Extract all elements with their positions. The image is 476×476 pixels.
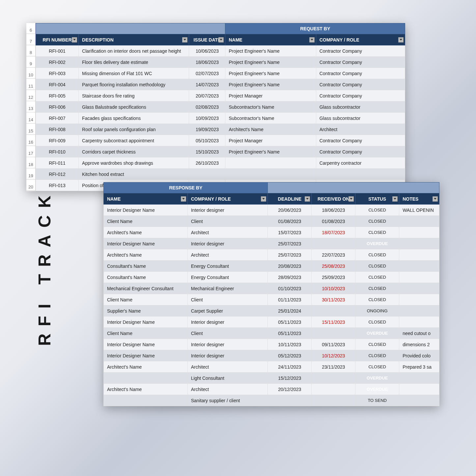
cell-company[interactable]: Contractor Company: [316, 68, 405, 79]
cell-desc[interactable]: Missing dimension of Flat 101 WC: [79, 68, 189, 79]
cell-desc[interactable]: Kitchen hood extract: [79, 169, 189, 180]
cell-received[interactable]: 25/08/2023: [312, 261, 355, 272]
cell-desc[interactable]: Staircase doors fire rating: [79, 90, 189, 101]
cell-received[interactable]: [312, 373, 355, 384]
cell-company[interactable]: Contractor Company: [316, 45, 405, 57]
cell-name[interactable]: Consultant's Name: [104, 272, 188, 283]
status-badge[interactable]: CLOSED: [355, 283, 399, 294]
status-badge[interactable]: CLOSED: [355, 272, 399, 283]
cell-deadline[interactable]: 05/11/2023: [268, 328, 312, 339]
cell-rfi[interactable]: RFI-007: [36, 113, 79, 124]
cell-desc[interactable]: Floor tiles delivery date estimate: [79, 57, 189, 68]
filter-icon[interactable]: [261, 196, 266, 202]
cell-company[interactable]: [316, 169, 405, 180]
column-header[interactable]: ISSUE DATE: [189, 34, 225, 45]
cell-deadline[interactable]: 24/11/2023: [268, 361, 312, 373]
cell-company[interactable]: Carpet Supplier: [187, 305, 268, 317]
cell-date[interactable]: 19/09/2023: [189, 124, 225, 135]
cell-name[interactable]: Interior Designer Name: [104, 317, 188, 328]
cell-desc[interactable]: Approve wardrobes shop drawings: [79, 157, 189, 169]
status-badge[interactable]: ONGOING: [355, 305, 399, 317]
cell-name[interactable]: Subcontractor's Name: [225, 101, 316, 113]
cell-notes[interactable]: [399, 283, 439, 294]
cell-rfi[interactable]: RFI-012: [36, 169, 79, 180]
cell-received[interactable]: 18/06/2023: [312, 205, 355, 216]
cell-notes[interactable]: [399, 317, 439, 328]
cell-deadline[interactable]: 20/08/2023: [268, 261, 312, 272]
cell-date[interactable]: 10/09/2023: [189, 113, 225, 124]
cell-rfi[interactable]: RFI-005: [36, 90, 79, 101]
cell-name[interactable]: Client Name: [104, 328, 188, 339]
cell-date[interactable]: 05/10/2023: [189, 135, 225, 146]
cell-name[interactable]: Interior Designer Name: [104, 339, 188, 350]
filter-icon[interactable]: [433, 196, 438, 202]
column-header[interactable]: DESCRIPTION: [79, 34, 189, 45]
column-header[interactable]: NAME: [104, 193, 188, 205]
cell-notes[interactable]: WALL OPENIN: [399, 205, 439, 216]
cell-name[interactable]: Architect's Name: [104, 361, 188, 373]
cell-desc[interactable]: Clarification on interior doors net pass…: [79, 45, 189, 57]
cell-received[interactable]: 15/11/2023: [312, 317, 355, 328]
cell-company[interactable]: Contractor Company: [316, 146, 405, 157]
cell-received[interactable]: 18/07/2023: [312, 227, 355, 238]
filter-icon[interactable]: [182, 37, 187, 42]
filter-icon[interactable]: [218, 37, 224, 42]
cell-name[interactable]: Project Engineer's Name: [225, 68, 316, 79]
cell-deadline[interactable]: 25/01/2024: [268, 305, 312, 317]
cell-date[interactable]: 18/06/2023: [189, 57, 225, 68]
cell-date[interactable]: 02/07/2023: [189, 68, 225, 79]
cell-received[interactable]: [312, 328, 355, 339]
cell-name[interactable]: Client Name: [104, 216, 188, 227]
cell-deadline[interactable]: 15/12/2023: [268, 373, 312, 384]
cell-company[interactable]: Architect: [187, 384, 268, 395]
status-badge[interactable]: OVERDUE: [355, 384, 399, 395]
filter-icon[interactable]: [349, 196, 354, 202]
cell-notes[interactable]: [399, 373, 439, 384]
cell-received[interactable]: 01/08/2023: [312, 216, 355, 227]
column-header[interactable]: NOTES: [399, 193, 439, 205]
column-header[interactable]: COMPANY / ROLE: [187, 193, 268, 205]
cell-name[interactable]: Subcontractor's Name: [225, 113, 316, 124]
cell-deadline[interactable]: 01/10/2023: [268, 283, 312, 294]
cell-name[interactable]: [104, 373, 188, 384]
cell-deadline[interactable]: 01/08/2023: [268, 216, 312, 227]
cell-company[interactable]: Glass subcontractor: [316, 101, 405, 113]
status-badge[interactable]: CLOSED: [355, 205, 399, 216]
cell-name[interactable]: Project Manager: [225, 135, 316, 146]
cell-date[interactable]: 20/07/2023: [189, 90, 225, 101]
cell-desc[interactable]: Carpentry subcontract appointment: [79, 135, 189, 146]
cell-company[interactable]: Contractor Company: [316, 90, 405, 101]
status-badge[interactable]: CLOSED: [355, 350, 399, 361]
cell-name[interactable]: Project Engineer's Name: [225, 79, 316, 90]
cell-received[interactable]: [312, 395, 355, 406]
cell-notes[interactable]: need cutout o: [399, 328, 439, 339]
cell-deadline[interactable]: 05/11/2023: [268, 317, 312, 328]
cell-received[interactable]: 22/07/2023: [312, 249, 355, 261]
status-badge[interactable]: CLOSED: [355, 317, 399, 328]
column-header[interactable]: NAME: [225, 34, 316, 45]
cell-company[interactable]: Client: [187, 328, 268, 339]
cell-name[interactable]: Project Manager: [225, 90, 316, 101]
cell-notes[interactable]: [399, 395, 439, 406]
cell-received[interactable]: 25/09/2023: [312, 272, 355, 283]
cell-company[interactable]: Interior designer: [187, 205, 268, 216]
cell-deadline[interactable]: [268, 395, 312, 406]
status-badge[interactable]: TO SEND: [355, 395, 399, 406]
cell-company[interactable]: Sanitary supplier / client: [187, 395, 268, 406]
cell-deadline[interactable]: 05/12/2023: [268, 350, 312, 361]
cell-name[interactable]: Architect's Name: [104, 249, 188, 261]
cell-notes[interactable]: dimensions 2: [399, 339, 439, 350]
cell-name[interactable]: Interior Designer Name: [104, 205, 188, 216]
cell-company[interactable]: Carpentry contractor: [316, 157, 405, 169]
status-badge[interactable]: OVERDUE: [355, 238, 399, 249]
cell-company[interactable]: Glass subcontractor: [316, 113, 405, 124]
cell-name[interactable]: Mechanical Engineer Consultant: [104, 283, 188, 294]
filter-icon[interactable]: [305, 196, 310, 202]
cell-date[interactable]: 26/10/2023: [189, 157, 225, 169]
cell-rfi[interactable]: RFI-004: [36, 79, 79, 90]
cell-received[interactable]: [312, 384, 355, 395]
cell-received[interactable]: [312, 238, 355, 249]
cell-received[interactable]: 09/11/2023: [312, 339, 355, 350]
cell-deadline[interactable]: 28/09/2023: [268, 272, 312, 283]
cell-date[interactable]: 10/06/2023: [189, 45, 225, 57]
